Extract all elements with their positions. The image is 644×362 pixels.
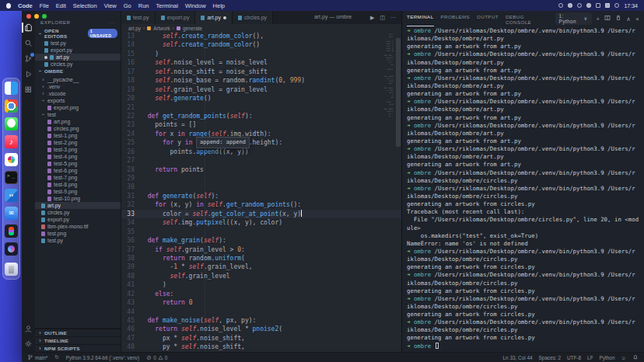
file-item[interactable]: art.png <box>35 118 121 125</box>
menubar-clock[interactable]: 17:34 <box>624 3 638 9</box>
minimize-window-button[interactable] <box>34 14 39 19</box>
finder-dock-icon[interactable] <box>5 82 18 95</box>
account-icon[interactable] <box>22 325 35 333</box>
folder-item[interactable]: ›__pycache__ <box>35 76 121 83</box>
file-item[interactable]: test-5.png <box>35 160 121 167</box>
file-item[interactable]: test-8.png <box>35 181 121 188</box>
tab-export.py[interactable]: export.py <box>156 11 196 24</box>
file-item[interactable]: export.py <box>35 216 121 223</box>
section-timeline[interactable]: ›TIMELINE <box>35 336 121 344</box>
menu-go[interactable]: Go <box>124 2 131 9</box>
menu-code[interactable]: Code <box>18 2 33 9</box>
menubar-status-icon[interactable] <box>577 3 582 8</box>
trash-dock-icon[interactable] <box>5 263 18 276</box>
video-dock-icon[interactable] <box>5 242 18 256</box>
file-item[interactable]: test-3.png <box>35 146 121 153</box>
source-control-icon[interactable] <box>22 54 35 63</box>
messages-dock-icon[interactable] <box>5 117 18 131</box>
panel-tab-terminal[interactable]: TERMINAL <box>407 12 434 26</box>
encoding-indicator[interactable]: UTF-8 <box>567 355 581 360</box>
folder-item[interactable]: ›exports <box>35 97 121 104</box>
explorer-icon[interactable] <box>22 23 35 32</box>
panel-tab-debug-console[interactable]: DEBUG CONSOLE <box>506 12 548 26</box>
tab-art.py[interactable]: art.py <box>195 11 233 24</box>
settings-gear-icon[interactable] <box>22 339 35 348</box>
vscode-dock-icon[interactable] <box>5 189 18 202</box>
chrome-dock-icon[interactable] <box>5 99 18 113</box>
close-window-button[interactable] <box>26 14 31 19</box>
file-item[interactable]: export.png <box>35 104 121 111</box>
file-item[interactable]: test.py <box>35 237 121 244</box>
split-terminal-icon[interactable] <box>604 15 611 23</box>
zoom-window-button[interactable] <box>42 14 47 19</box>
panel-tab-problems[interactable]: PROBLEMS <box>441 12 471 26</box>
search-icon[interactable] <box>22 39 35 47</box>
open-editor-item[interactable]: art.py <box>35 54 121 61</box>
menu-edit[interactable]: Edit <box>56 2 66 9</box>
run-file-icon[interactable]: ▶ <box>370 15 374 21</box>
file-item[interactable]: circles.png <box>35 125 121 132</box>
maximize-panel-icon[interactable]: ∧ <box>626 16 631 23</box>
language-mode-indicator[interactable]: Python <box>600 355 615 360</box>
shell-selector[interactable]: 1: Python ∨ <box>555 12 592 25</box>
apple-menu-icon[interactable] <box>6 3 11 9</box>
run-debug-icon[interactable] <box>22 70 35 78</box>
folder-item[interactable]: ›.venv <box>35 83 121 90</box>
minimap[interactable]: self.create_random_color(), self.create_… <box>382 33 394 173</box>
folder-item[interactable]: ›test <box>35 111 121 118</box>
menu-selection[interactable]: Selection <box>73 2 97 9</box>
breadcrumb-item[interactable]: generate <box>183 26 202 31</box>
menubar-status-icon[interactable] <box>568 3 572 8</box>
file-item[interactable]: test.png <box>35 230 121 237</box>
open-editor-item[interactable]: export.py <box>35 47 121 54</box>
file-item[interactable]: test-2.png <box>35 139 121 146</box>
menu-file[interactable]: File <box>40 2 49 9</box>
explorer-more-actions-icon[interactable]: ··· <box>109 19 115 25</box>
open-editor-item[interactable]: test.py <box>35 40 121 47</box>
workspace-folder-header[interactable]: › OMBRE <box>35 68 121 75</box>
code-editor[interactable]: append: append self.create_random_color(… <box>121 32 401 352</box>
python-interpreter-indicator[interactable]: Python 3.9.2 64-bit ('.venv': venv) <box>66 355 139 360</box>
feedback-icon[interactable]: ☺ <box>621 355 626 360</box>
file-item[interactable]: test-10.png <box>35 195 121 202</box>
breadcrumb-item[interactable]: art.py <box>128 26 141 31</box>
section-npm-scripts[interactable]: ›NPM SCRIPTS <box>35 344 121 352</box>
figma-dock-icon[interactable] <box>5 225 18 238</box>
file-item[interactable]: circles.py <box>35 209 121 216</box>
file-item[interactable]: test-1.png <box>35 132 121 139</box>
new-terminal-icon[interactable]: + <box>597 16 600 23</box>
slack-dock-icon[interactable] <box>5 153 18 166</box>
breadcrumb-item[interactable]: Artwork <box>153 26 170 31</box>
terminal-output[interactable]: ➜ ombre /Users/riklomas/Desktop/ombre/.v… <box>402 26 644 352</box>
file-item[interactable]: ibm-plex-mono.ttf <box>35 223 121 230</box>
menu-window[interactable]: Window <box>185 2 206 9</box>
file-item[interactable]: test-7.png <box>35 174 121 181</box>
menu-run[interactable]: Run <box>138 2 149 9</box>
tab-circles.py[interactable]: circles.py <box>233 11 273 24</box>
notifications-bell-icon[interactable] <box>632 354 639 360</box>
problems-indicator[interactable]: 0 0 <box>146 355 167 360</box>
folder-item[interactable]: ›.vscode <box>35 90 121 97</box>
eol-indicator[interactable]: LF <box>587 355 593 360</box>
extensions-icon[interactable] <box>22 85 35 94</box>
indentation-indicator[interactable]: Spaces: 2 <box>539 355 561 360</box>
tab-test.py[interactable]: test.py <box>121 11 156 24</box>
menubar-status-icon[interactable] <box>596 3 600 8</box>
editor-scrollbar[interactable] <box>396 38 401 147</box>
menubar-status-icon[interactable] <box>558 3 563 8</box>
more-actions-icon[interactable]: ··· <box>390 15 396 20</box>
control-center-icon[interactable] <box>614 3 619 8</box>
menu-view[interactable]: View <box>104 2 117 9</box>
section-outline[interactable]: ›OUTLINE <box>35 329 121 336</box>
menu-terminal[interactable]: Terminal <box>156 2 178 9</box>
music-dock-icon[interactable] <box>5 135 18 148</box>
file-item[interactable]: art.py <box>35 202 121 209</box>
panel-tab-output[interactable]: OUTPUT <box>477 12 499 26</box>
close-panel-icon[interactable]: × <box>635 16 639 23</box>
git-branch-indicator[interactable]: main* <box>27 354 47 360</box>
breadcrumb[interactable]: art.py›Artwork›generate <box>121 24 401 32</box>
cursor-position-indicator[interactable]: Ln 33, Col 44 <box>503 355 533 360</box>
mail-dock-icon[interactable] <box>5 207 18 220</box>
menubar-status-icon[interactable] <box>586 3 591 8</box>
open-editor-item[interactable]: circles.py <box>35 61 121 68</box>
